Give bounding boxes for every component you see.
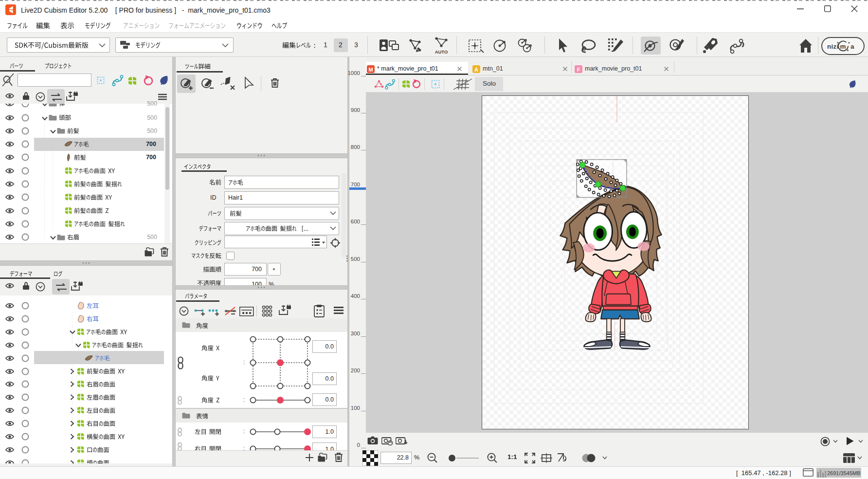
svg-text:A: A — [474, 67, 478, 73]
svg-text:m: m — [840, 43, 846, 50]
svg-text:nizi: nizi — [827, 43, 839, 50]
svg-text:M: M — [368, 67, 373, 73]
svg-text:F: F — [577, 67, 580, 73]
svg-text:a: a — [850, 43, 854, 50]
svg-text:AUTO: AUTO — [435, 49, 448, 55]
